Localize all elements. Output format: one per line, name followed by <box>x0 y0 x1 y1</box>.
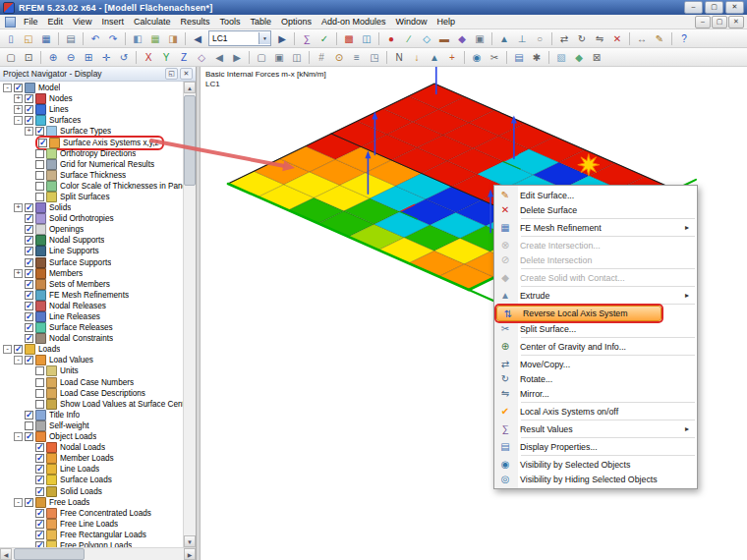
background-color-icon[interactable]: ▧ <box>553 50 569 65</box>
zoom-in-icon[interactable]: ⊕ <box>45 50 61 65</box>
new-line-support-icon[interactable]: ⊥ <box>514 31 530 46</box>
dock-icon[interactable]: ◱ <box>165 68 178 80</box>
wireframe-display-icon[interactable]: ▢ <box>254 50 269 65</box>
scroll-up-icon[interactable]: ▲ <box>184 82 196 93</box>
delete-objects-icon[interactable]: ✕ <box>609 31 625 46</box>
tree-item-solid-loads[interactable]: ✓Solid Loads <box>0 485 183 496</box>
navigator-vscrollbar[interactable]: ▲ ▼ <box>183 82 196 547</box>
scroll-right-icon[interactable]: ▶ <box>184 548 196 560</box>
expand-icon[interactable]: + <box>14 105 23 114</box>
zoom-window-icon[interactable]: ⊞ <box>81 50 96 65</box>
scroll-down-icon[interactable]: ▼ <box>184 535 196 547</box>
checkbox[interactable]: ✓ <box>35 531 44 539</box>
checkbox[interactable] <box>35 160 44 169</box>
tree-item-surface-loads[interactable]: ✓Surface Loads <box>0 475 183 485</box>
close-button[interactable]: ✕ <box>725 1 744 14</box>
new-model-icon[interactable]: ▯ <box>3 31 19 46</box>
checkbox[interactable]: ✓ <box>25 105 33 114</box>
checkbox[interactable]: ✓ <box>25 498 33 507</box>
menu-calculate[interactable]: Calculate <box>129 16 176 28</box>
checkbox[interactable]: ✓ <box>25 203 33 212</box>
tree-item-free-line-loads[interactable]: ✓Free Line Loads <box>0 519 183 530</box>
tree-item-load-values[interactable]: -✓Load Values <box>0 355 183 365</box>
full-screen-icon[interactable]: ⊠ <box>589 50 604 65</box>
rotate-view-icon[interactable]: ↺ <box>116 50 132 65</box>
new-node-icon[interactable]: ● <box>383 31 399 46</box>
collapse-icon[interactable]: - <box>3 84 12 92</box>
show-axes-icon[interactable]: + <box>444 50 460 65</box>
checkbox[interactable]: ✓ <box>25 323 33 332</box>
tree-item-units[interactable]: Units <box>0 365 183 376</box>
checkbox[interactable]: ✓ <box>25 247 33 255</box>
guidelines-icon[interactable]: ≡ <box>349 50 365 65</box>
context-menu-item-result-values[interactable]: ∑Result Values▸ <box>494 421 697 436</box>
tree-item-line-releases[interactable]: ✓Line Releases <box>0 311 183 322</box>
navigator-hscrollbar[interactable]: ◀ ▶ <box>0 547 196 560</box>
tree-item-surface-thickness[interactable]: Surface Thickness <box>0 170 183 181</box>
tree-item-load-case-numbers[interactable]: Load Case Numbers <box>0 377 183 388</box>
move-objects-icon[interactable]: ⇄ <box>556 31 572 46</box>
context-menu-item-extrude[interactable]: ▲Extrude▸ <box>494 288 697 303</box>
checkbox[interactable]: ✓ <box>35 476 44 484</box>
tree-item-fe-mesh-refinements[interactable]: ✓FE Mesh Refinements <box>0 290 183 301</box>
print-icon[interactable]: ▤ <box>63 31 79 46</box>
context-menu-item-edit-surface[interactable]: ✎Edit Surface... <box>494 188 697 202</box>
previous-load-case-icon[interactable]: ◀ <box>190 31 205 46</box>
mdi-restore-button[interactable]: ▢ <box>712 16 727 28</box>
tree-item-openings[interactable]: ✓Openings <box>0 224 183 235</box>
scroll-thumb[interactable] <box>14 548 85 560</box>
tree-item-object-loads[interactable]: -✓Object Loads <box>0 431 183 442</box>
tree-item-model[interactable]: -✓Model <box>0 83 183 93</box>
next-view-icon[interactable]: ▶ <box>229 50 245 65</box>
select-all-icon[interactable]: ▢ <box>3 50 19 65</box>
view-in-y-icon[interactable]: Y <box>158 50 174 65</box>
checkbox[interactable]: ✓ <box>25 356 33 364</box>
display-properties-icon[interactable]: ▤ <box>511 50 527 65</box>
checkbox[interactable]: ✓ <box>38 139 47 147</box>
rotate-objects-icon[interactable]: ↻ <box>574 31 590 46</box>
new-opening-icon[interactable]: ▣ <box>472 31 488 46</box>
checkbox[interactable]: ✓ <box>35 509 44 518</box>
tree-item-color-scale-of-thicknesses-in-panel[interactable]: Color Scale of Thicknesses in Panel <box>0 181 183 192</box>
menu-window[interactable]: Window <box>391 16 432 28</box>
tree-item-surface-axis-systems-x-y-z[interactable]: ✓Surface Axis Systems x,y,z <box>0 137 183 147</box>
menu-help[interactable]: Help <box>432 16 461 28</box>
new-line-icon[interactable]: ∕ <box>401 31 417 46</box>
checkbox[interactable]: ✓ <box>25 269 33 278</box>
context-menu-item-delete-surface[interactable]: ✕Delete Surface <box>494 202 697 217</box>
checkbox[interactable] <box>35 171 44 180</box>
settings-icon[interactable]: ✱ <box>529 50 545 65</box>
tree-item-surface-releases[interactable]: ✓Surface Releases <box>0 322 183 333</box>
checkbox[interactable] <box>25 421 33 430</box>
calculation-icon[interactable]: ∑ <box>299 31 315 46</box>
checkbox[interactable]: ✓ <box>25 411 33 420</box>
mirror-objects-icon[interactable]: ⇋ <box>592 31 607 46</box>
tree-item-free-polygon-loads[interactable]: ✓Free Polygon Loads <box>0 540 183 547</box>
rendering-icon[interactable]: ◆ <box>571 50 587 65</box>
menu-view[interactable]: View <box>68 16 96 28</box>
checkbox[interactable] <box>35 378 44 387</box>
visibility-modes-icon[interactable]: ◉ <box>469 50 485 65</box>
result-panel-icon[interactable]: ◫ <box>359 31 374 46</box>
transparent-display-icon[interactable]: ◫ <box>289 50 305 65</box>
context-menu-item-center-of-gravity-and-info[interactable]: ⊕Center of Gravity and Info... <box>494 339 697 354</box>
menu-file[interactable]: File <box>19 16 43 28</box>
checkbox[interactable] <box>35 182 44 191</box>
tree-item-nodes[interactable]: +✓Nodes <box>0 93 183 104</box>
tree-item-solids[interactable]: +✓Solids <box>0 202 183 213</box>
redo-icon[interactable]: ↷ <box>105 31 121 46</box>
clipping-plane-icon[interactable]: ✂ <box>487 50 502 65</box>
tree-item-nodal-supports[interactable]: ✓Nodal Supports <box>0 235 183 246</box>
checkbox[interactable]: ✓ <box>25 334 33 343</box>
graphics-area[interactable]: Basic Internal Forces m-x [kNm/m] LC1 ✎E… <box>201 67 747 560</box>
mdi-close-button[interactable]: ✕ <box>728 16 744 28</box>
new-member-icon[interactable]: ▬ <box>436 31 452 46</box>
new-solid-icon[interactable]: ◆ <box>454 31 470 46</box>
tree-item-grid-for-numerical-results[interactable]: Grid for Numerical Results <box>0 159 183 170</box>
context-menu-item-split-surface[interactable]: ✂Split Surface... <box>494 321 697 336</box>
tree-item-line-loads[interactable]: ✓Line Loads <box>0 464 183 475</box>
view-in-z-icon[interactable]: Z <box>176 50 192 65</box>
expand-icon[interactable]: + <box>25 127 33 136</box>
menu-results[interactable]: Results <box>175 16 214 28</box>
check-data-icon[interactable]: ✓ <box>316 31 332 46</box>
